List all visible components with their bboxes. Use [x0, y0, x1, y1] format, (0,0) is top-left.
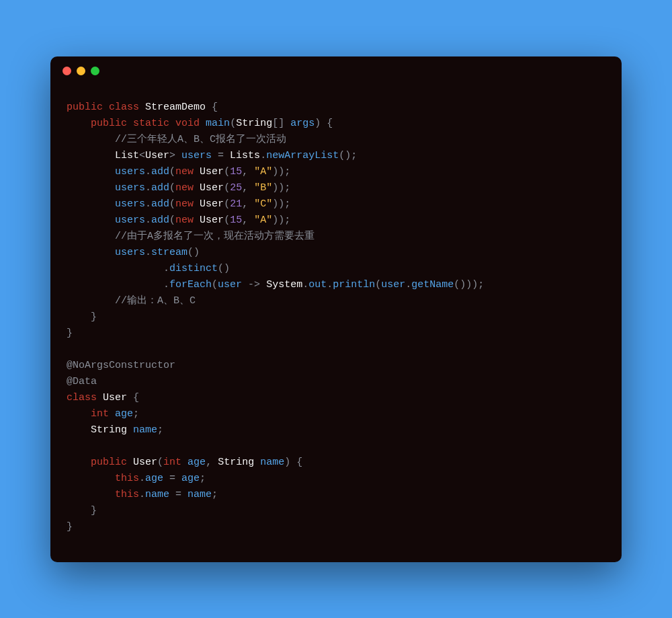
code-token	[67, 215, 115, 226]
code-token: }	[67, 505, 97, 516]
code-token: name	[133, 424, 157, 436]
code-token	[67, 166, 115, 178]
code-token: newArrayList	[266, 150, 339, 161]
code-line: }	[67, 503, 605, 519]
code-token: ()	[187, 247, 200, 258]
code-token: ,	[242, 166, 254, 178]
code-token: age	[181, 473, 200, 484]
code-token: .	[405, 279, 411, 291]
code-token	[67, 279, 163, 291]
code-token: .	[139, 473, 145, 484]
code-token	[67, 182, 115, 194]
code-token: age	[145, 473, 163, 484]
code-line: this.age = age;	[67, 471, 605, 487]
code-line: String name;	[67, 422, 605, 438]
code-token: new	[175, 182, 194, 194]
code-token: getName	[411, 279, 454, 291]
code-line: public static void main(String[] args) {	[67, 116, 605, 132]
code-token: println	[333, 279, 375, 291]
code-line: //输出：A、B、C	[67, 293, 605, 309]
code-token: ()	[218, 263, 230, 274]
code-token: ) {	[314, 118, 333, 129]
code-token: ->	[248, 279, 260, 291]
code-token	[194, 182, 200, 194]
code-token: (	[157, 457, 163, 468]
code-line	[67, 342, 605, 358]
code-line	[67, 438, 605, 455]
code-line: class User {	[67, 390, 605, 406]
code-token: public	[67, 102, 103, 113]
code-token: .	[145, 215, 151, 226]
code-token	[67, 198, 115, 210]
code-token: "B"	[254, 182, 272, 194]
code-line: .distinct()	[67, 261, 605, 277]
code-token	[254, 457, 260, 468]
code-token	[103, 102, 109, 113]
code-token: "A"	[254, 215, 272, 226]
code-token	[127, 424, 133, 436]
code-token: this	[115, 473, 139, 484]
code-line: List<User> users = Lists.newArrayList();	[67, 148, 605, 164]
code-token: out	[308, 279, 327, 291]
code-token: ) {	[284, 457, 302, 468]
code-token	[169, 118, 175, 129]
code-line: @NoArgsConstructor	[67, 358, 605, 374]
code-token: ));	[272, 182, 290, 194]
code-token: new	[175, 166, 194, 178]
code-token: =	[212, 150, 230, 161]
code-token: System	[266, 279, 302, 291]
code-token: }	[67, 327, 73, 339]
code-token: //由于A多报名了一次，现在活动方需要去重	[115, 231, 314, 242]
code-token: (	[169, 166, 175, 178]
code-line: //由于A多报名了一次，现在活动方需要去重	[67, 229, 605, 245]
code-token: args	[290, 118, 314, 129]
code-token: ));	[272, 215, 290, 226]
code-line: .forEach(user -> System.out.println(user…	[67, 277, 605, 293]
code-token	[181, 457, 187, 468]
code-token: (	[169, 182, 175, 194]
code-token: ,	[242, 215, 254, 226]
code-token: void	[175, 118, 200, 129]
code-token: distinct	[169, 263, 218, 274]
code-token	[67, 489, 115, 500]
code-token	[67, 231, 115, 242]
code-token: ,	[242, 182, 254, 194]
code-token: ();	[339, 150, 357, 161]
code-token	[139, 102, 145, 113]
code-token	[67, 473, 115, 484]
code-token: []	[272, 118, 290, 129]
code-token: =	[163, 473, 181, 484]
code-token: main	[206, 118, 230, 129]
code-token	[67, 150, 115, 161]
minimize-icon[interactable]	[77, 67, 85, 75]
code-token: ()));	[454, 279, 484, 291]
code-window: public class StreamDemo { public static …	[50, 56, 622, 562]
code-token: user	[218, 279, 242, 291]
code-token: ;	[200, 473, 206, 484]
code-token: new	[175, 215, 194, 226]
code-token: }	[67, 521, 73, 533]
code-token: public	[91, 118, 127, 129]
code-token: (	[224, 182, 230, 194]
code-token: (	[169, 198, 175, 210]
code-token: User	[200, 182, 224, 194]
code-token: users	[115, 247, 145, 258]
code-token	[67, 424, 91, 436]
code-token: =	[169, 489, 187, 500]
code-line: users.stream()	[67, 245, 605, 261]
code-token: add	[151, 198, 169, 210]
code-token: name	[145, 489, 169, 500]
close-icon[interactable]	[62, 67, 71, 75]
code-token: User	[200, 166, 224, 178]
zoom-icon[interactable]	[91, 67, 99, 75]
code-token	[67, 134, 115, 145]
code-token: ;	[133, 408, 139, 420]
code-token: (	[375, 279, 381, 291]
code-token: List	[115, 150, 139, 161]
code-token: add	[151, 182, 169, 194]
code-token: .	[163, 263, 169, 274]
code-token: ));	[272, 166, 290, 178]
code-token: {	[127, 392, 139, 403]
code-token	[67, 247, 115, 258]
code-token: User	[133, 457, 157, 468]
